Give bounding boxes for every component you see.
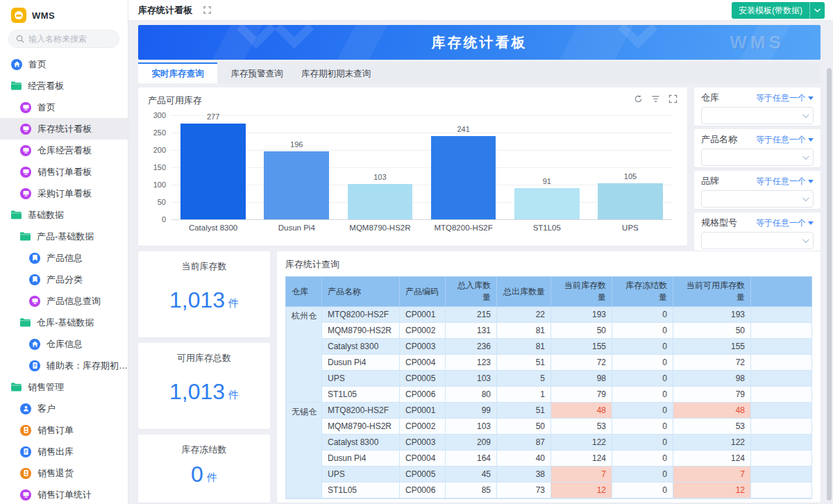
table-cell: 0: [612, 387, 673, 403]
install-template-button[interactable]: 安装模板(带数据): [732, 2, 809, 19]
sidebar-item-12[interactable]: 仓库-基础数据: [0, 312, 128, 333]
table-cell: 0: [612, 403, 673, 419]
table-row[interactable]: UPSCP0005103598098: [286, 371, 812, 387]
table-row[interactable]: Dusun Pi4CP00041235172072: [286, 355, 812, 371]
table-cell: Catalyst 8300: [322, 435, 400, 451]
warehouse-cell: 无锡仓: [286, 403, 322, 498]
sidebar-item-18[interactable]: 销售出库: [0, 441, 128, 462]
table-cell: 0: [612, 419, 673, 435]
table-cell: 103: [446, 371, 497, 387]
table-cell: 72: [673, 355, 751, 371]
dashboard-icon: [20, 124, 31, 135]
filter-operator-link[interactable]: 等于任意一个: [756, 92, 814, 104]
bar-MTQ8200-HS2F[interactable]: 241: [431, 136, 496, 220]
person-icon: [20, 403, 31, 414]
sidebar-item-label: 仓库经营看板: [37, 144, 92, 157]
table-row[interactable]: 杭州仓MTQ8200-HS2FCP0001215221930193: [286, 307, 812, 323]
bar-Dusun Pi4[interactable]: 196: [264, 151, 329, 219]
table-row[interactable]: ST1L05CP0006857312012: [286, 482, 812, 498]
sidebar-item-19[interactable]: 销售退货: [0, 462, 128, 484]
filter-card-1: 产品名称等于任意一个: [694, 129, 821, 167]
dashboard-icon: [29, 296, 40, 307]
bar-ST1L05[interactable]: 91: [514, 188, 580, 220]
filter-select[interactable]: [701, 232, 814, 249]
sidebar-item-8[interactable]: 产品-基础数据: [0, 226, 128, 247]
sidebar-item-3[interactable]: 库存统计看板: [0, 118, 128, 140]
fullscreen-icon[interactable]: [203, 6, 211, 14]
page-tab-title[interactable]: 库存统计看板: [138, 4, 192, 17]
sidebar-item-14[interactable]: 辅助表：库存期初期末...: [0, 355, 128, 376]
sidebar-item-4[interactable]: 仓库经营看板: [0, 140, 128, 161]
sidebar-item-13[interactable]: 仓库信息: [0, 333, 128, 355]
sidebar-item-1[interactable]: 经营看板: [0, 75, 128, 96]
sidebar-item-17[interactable]: 销售订单: [0, 419, 128, 441]
sidebar-item-15[interactable]: 销售管理: [0, 376, 128, 398]
filter-operator-link[interactable]: 等于任意一个: [756, 217, 814, 229]
app-logo-text: WMS: [32, 10, 55, 21]
bar-UPS[interactable]: 105: [598, 183, 663, 220]
install-template-caret-button[interactable]: [809, 2, 825, 19]
tab-0[interactable]: 实时库存查询: [138, 62, 217, 83]
table-cell: 38: [497, 467, 551, 482]
sidebar-search[interactable]: [8, 30, 119, 48]
sidebar-item-2[interactable]: 首页: [0, 96, 128, 118]
folder-icon: [11, 81, 22, 90]
sidebar-item-20[interactable]: 销售订单统计: [0, 484, 128, 502]
table-cell: [751, 451, 812, 467]
sidebar-item-11[interactable]: 产品信息查询: [0, 290, 128, 312]
search-input[interactable]: [28, 34, 112, 44]
table-cell: 164: [446, 451, 497, 467]
y-axis-tick: 50: [148, 198, 166, 206]
table-card: 库存统计查询 仓库产品名称产品编码总入库数量总出库数量当前库存数量库存冻结数量当…: [277, 251, 821, 503]
filter-icon[interactable]: [651, 94, 660, 103]
filter-select[interactable]: [701, 190, 814, 208]
table-cell: CP0006: [400, 387, 446, 403]
chevron-down-icon: [802, 111, 809, 118]
expand-icon[interactable]: [668, 94, 678, 103]
filter-operator-link[interactable]: 等于任意一个: [756, 176, 814, 187]
table-row[interactable]: 无锡仓MTQ8200-HS2FCP0001995148048: [286, 403, 812, 419]
table-cell: 193: [673, 307, 751, 323]
filter-operator-link[interactable]: 等于任意一个: [756, 134, 814, 146]
table-cell: 85: [446, 482, 497, 498]
vertical-scrollbar[interactable]: [827, 68, 832, 501]
sidebar-item-9[interactable]: 产品信息: [0, 247, 128, 269]
table-row[interactable]: MQM8790-HS2RCP00021035053053: [286, 419, 812, 435]
sidebar: WMS 首页经营看板首页库存统计看板仓库经营看板销售订单看板采购订单看板基础数据…: [0, 0, 128, 504]
tab-1[interactable]: 库存预警查询: [217, 62, 296, 83]
sidebar-item-0[interactable]: 首页: [0, 53, 128, 75]
bar-Catalyst 8300[interactable]: 277: [180, 124, 246, 220]
sidebar-item-label: 采购订单看板: [37, 187, 92, 200]
table-row[interactable]: Catalyst 8300CP0003236811550155: [286, 339, 812, 355]
chart-title: 产品可用库存: [148, 94, 678, 107]
table-row[interactable]: ST1L05CP000680179079: [286, 387, 812, 403]
table-cell: 72: [551, 355, 612, 371]
sidebar-item-label: 仓库-基础数据: [37, 317, 94, 329]
filter-select[interactable]: [701, 107, 814, 124]
x-axis-label: Dusun Pi4: [255, 224, 338, 232]
sidebar-item-10[interactable]: 产品分类: [0, 269, 128, 290]
app-logo-icon: [11, 8, 26, 23]
sidebar-item-16[interactable]: 客户: [0, 398, 128, 419]
table-cell: [751, 419, 812, 435]
stat-unit: 件: [207, 471, 217, 485]
y-axis-tick: 150: [148, 163, 166, 171]
table-row[interactable]: Dusun Pi4CP0004164401240124: [286, 451, 812, 467]
table-cell: CP0002: [400, 419, 446, 435]
stat-cards: 当前库存数1,013件可用库存总数1,013件库存冻结数0件: [138, 251, 270, 503]
bar-MQM8790-HS2R[interactable]: 103: [348, 184, 413, 220]
bar-slot: 196: [255, 115, 338, 219]
tab-2[interactable]: 库存期初期末查询: [296, 62, 376, 83]
filter-select[interactable]: [701, 149, 814, 166]
table-row[interactable]: MQM8790-HS2RCP00021318150050: [286, 323, 812, 339]
table-cell: 45: [446, 467, 497, 482]
sidebar-item-6[interactable]: 采购订单看板: [0, 183, 128, 204]
refresh-icon[interactable]: [634, 94, 643, 103]
sidebar-item-5[interactable]: 销售订单看板: [0, 161, 128, 183]
table-row[interactable]: Catalyst 8300CP0003209871220122: [286, 435, 812, 451]
table-row[interactable]: UPSCP00054538707: [286, 467, 812, 482]
table-cell: ST1L05: [322, 387, 400, 403]
stat-unit: 件: [228, 389, 239, 402]
sidebar-item-label: 经营看板: [28, 80, 64, 92]
sidebar-item-7[interactable]: 基础数据: [0, 204, 128, 226]
